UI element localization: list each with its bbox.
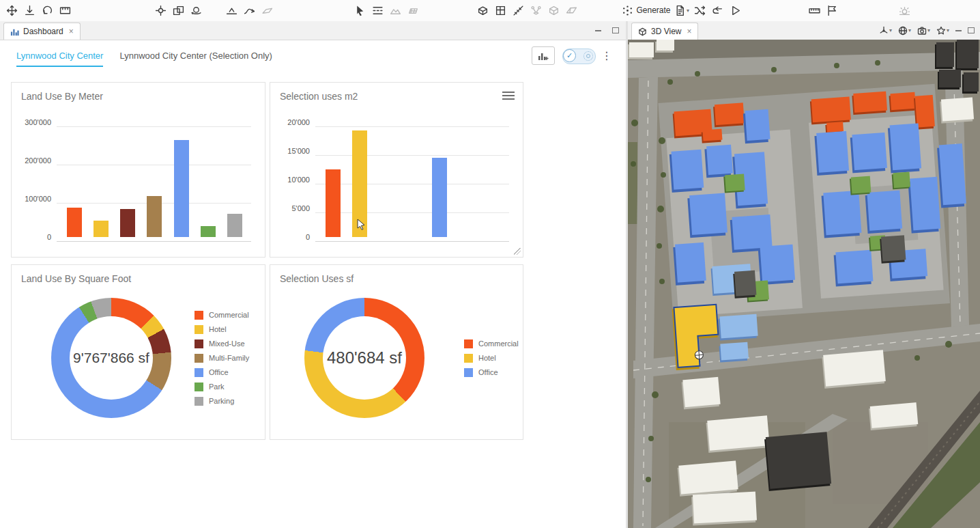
rotate-arc-icon [42,5,53,16]
ruler-icon [809,5,820,16]
bar-Office [432,158,447,237]
section-plane-button[interactable] [562,1,580,19]
view-axes-button[interactable]: ▾ [879,26,892,36]
play-button[interactable] [726,1,744,19]
move-tool-button[interactable] [3,1,20,19]
toolgroup-generate: Generate ▾ [620,1,744,19]
project-path-button[interactable] [240,1,258,19]
flatten-terrain-button[interactable] [258,1,276,19]
resize-handle[interactable] [514,248,521,255]
prism-icon [477,5,489,16]
bar-chart-selection-uses-m2: 20'00015'00010'0005'0000 [280,122,513,237]
legend-item: Office [464,368,519,377]
flag-icon [826,5,838,16]
frame-icon [59,5,71,16]
chevron-down-icon: ▾ [947,27,949,33]
toolgroup-measure [805,1,841,19]
duplicate-button[interactable] [169,1,187,19]
selection-gizmo-icon [695,350,704,359]
extrude-button[interactable] [474,1,491,19]
texture-box-icon [495,5,506,16]
donut-total-label: 9'767'866 sf [70,316,153,400]
green-strip [628,142,637,224]
draw-streets-button[interactable] [369,1,386,19]
toolgroup-terrain [222,1,276,19]
return-arrow-icon [712,5,723,16]
cityengine-window: Generate ▾ Dashboard × [0,0,980,528]
path-icon [244,5,255,16]
donut-chart-land-use: 9'767'866 sf [51,298,171,418]
align-terrain-button[interactable] [222,1,240,19]
generate-label: Generate [636,5,670,15]
street-icon [372,5,384,16]
solar-panel-icon [407,5,419,16]
legend-item: Commercial [194,311,249,320]
chart-card-land-use-by-meter: Land Use By Meter 300'000200'000100'0000 [11,82,265,258]
maximize-icon[interactable] [968,27,975,33]
minimize-icon[interactable] [955,30,962,31]
donut-chart-selection: 480'684 sf [304,298,424,418]
tab-dashboard[interactable]: Dashboard × [3,23,81,40]
legend-item: Park [194,383,249,391]
close-tab-icon[interactable]: × [687,27,691,36]
overflow-menu-button[interactable]: ⋮ [597,48,616,64]
legend-item: Office [194,368,249,377]
chevron-down-icon: ▾ [908,27,911,33]
viewport-tabstrip: 3D View × ▾ ▾ ▾ ▾ [628,21,980,40]
measure-distance-button[interactable] [805,1,823,19]
legend-item: Commercial [464,339,519,348]
rules-file-button[interactable]: ▾ [673,1,691,19]
toolgroup-transform [152,1,205,19]
measure-edges-button[interactable] [509,1,527,19]
subtab-lynnwood-selection-only[interactable]: Lynnwood City Center (Selection Only) [119,51,272,61]
terrain-slope-button[interactable] [386,1,404,19]
texture-button[interactable] [491,1,509,19]
sun-settings-button[interactable] [895,1,913,19]
3d-viewport[interactable] [628,40,980,528]
bar-Commercial [326,169,341,237]
orbit-button[interactable] [187,1,205,19]
solar-panel-button[interactable] [404,1,422,19]
bar-Parking [227,214,242,237]
randomize-seed-button[interactable] [691,1,708,19]
close-tab-icon[interactable]: × [69,27,74,36]
layers-globe-button[interactable]: ▾ [898,26,911,36]
add-chart-button[interactable] [532,46,555,65]
legend-item: Multi-Family [194,354,249,363]
subtab-lynnwood-city-center[interactable]: Lynnwood City Center [16,51,103,61]
move-icon [6,5,18,16]
legend-item: Hotel [464,354,519,363]
bar-chart-icon [10,27,19,36]
draw-shapes-button[interactable] [351,1,369,19]
drop-to-ground-button[interactable] [20,1,38,19]
donut-total-label: 480'684 sf [323,316,406,400]
generate-button[interactable]: Generate [620,1,673,19]
tab-3d-view[interactable]: 3D View × [631,23,698,40]
chart-menu-icon[interactable] [502,89,515,102]
graph-tool-button[interactable] [527,1,545,19]
plane-icon [566,5,577,16]
bookmarks-button[interactable]: ▾ [936,26,949,36]
donut-wrap: 480'684 sf CommercialHotelOffice [280,298,513,418]
globe-icon [898,26,908,36]
minimize-icon[interactable] [595,30,601,31]
chevron-down-icon: ▾ [687,8,689,14]
diagonal-ruler-icon [513,5,524,16]
toolgroup-drawing [351,1,422,19]
bar-Commercial [67,208,82,237]
frame-bookmark-button[interactable] [56,1,74,19]
maximize-icon[interactable] [612,27,619,33]
dashboard-panel: Dashboard × Lynnwood City Center Lynnwoo… [0,21,626,528]
camera-icon [917,26,927,36]
model-tool-button[interactable] [545,1,562,19]
snapshot-button[interactable]: ▾ [917,26,930,36]
auto-update-toggle[interactable]: ✓ [562,48,596,64]
orbit-icon [190,5,202,16]
sparkle-dots-icon [622,5,633,16]
star-icon [936,26,946,36]
viewport-panel: 3D View × ▾ ▾ ▾ ▾ [628,21,980,528]
transform-gizmo-button[interactable] [152,1,169,19]
rotate-ccw-button[interactable] [38,1,56,19]
annotation-button[interactable] [823,1,841,19]
reset-seed-button[interactable] [708,1,726,19]
